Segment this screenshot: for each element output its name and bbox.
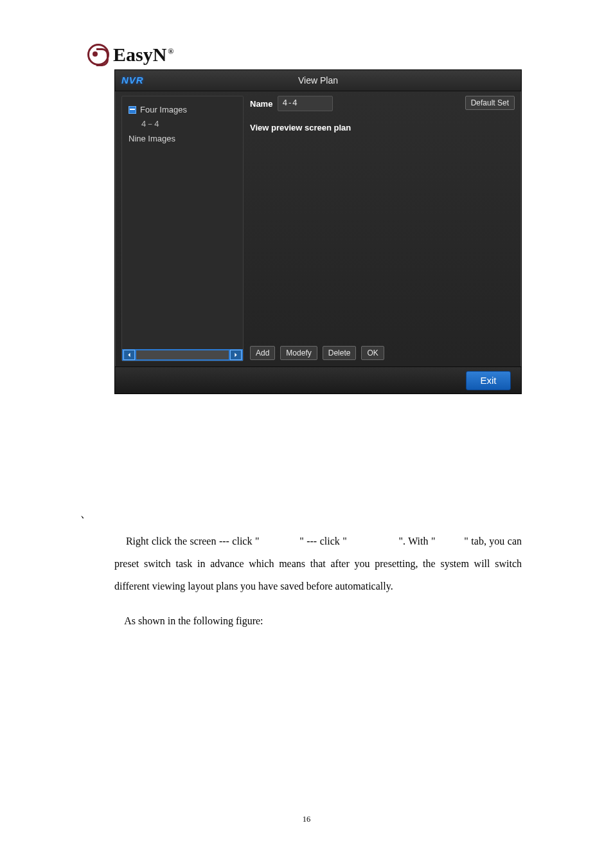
tree-item-nine-images[interactable]: Nine Images — [129, 132, 243, 145]
brand-logo-text: EasyN® — [113, 44, 173, 66]
tree-label: Nine Images — [129, 134, 175, 143]
scrollbar-track[interactable] — [136, 350, 229, 359]
scroll-right-button[interactable] — [230, 350, 242, 360]
tree-item-four-images[interactable]: Four Images — [129, 103, 243, 116]
scroll-left-button[interactable] — [123, 350, 135, 360]
dialog-titlebar: NVR View Plan — [115, 70, 521, 91]
punctuation-mark: 、 — [80, 504, 93, 521]
name-input[interactable]: 4-4 — [278, 96, 333, 111]
document-body: Right click the screen --- click " " ---… — [114, 530, 522, 632]
dialog-title: View Plan — [298, 75, 338, 86]
sidebar-hscrollbar[interactable] — [122, 349, 243, 361]
tree-item-4-4[interactable]: 4－4 — [129, 116, 243, 132]
add-button[interactable]: Add — [250, 346, 275, 360]
registered-mark: ® — [168, 47, 173, 56]
plan-tree: Four Images 4－4 Nine Images — [122, 96, 243, 145]
ok-button[interactable]: OK — [361, 346, 384, 360]
plan-tree-sidebar: Four Images 4－4 Nine Images — [121, 96, 244, 361]
text-segment: Right click the screen --- click " — [126, 536, 260, 547]
delete-button[interactable]: Delete — [323, 346, 357, 360]
paragraph-1: Right click the screen --- click " " ---… — [114, 530, 522, 598]
page-number: 16 — [0, 815, 613, 824]
text-segment: ". With " — [398, 536, 435, 547]
chevron-left-icon — [127, 352, 132, 357]
text-segment: " --- click " — [299, 536, 347, 547]
brand-logo: EasyN® — [87, 44, 173, 66]
modify-button[interactable]: Modefy — [280, 346, 317, 360]
chevron-right-icon — [233, 352, 238, 357]
tree-label: 4－4 — [141, 118, 159, 130]
paragraph-2: As shown in the following figure: — [114, 610, 522, 632]
preview-plan-header: View preview screen plan — [250, 123, 515, 132]
tree-label: Four Images — [140, 105, 187, 114]
dialog-footer: Exit — [115, 366, 521, 393]
app-brand: NVR — [121, 70, 144, 91]
default-set-button[interactable]: Default Set — [465, 96, 515, 110]
brand-logo-mark — [87, 44, 109, 66]
text-segment: As shown in the following figure: — [124, 615, 263, 626]
view-plan-dialog: NVR View Plan Four Images 4－4 Nine Image… — [114, 69, 522, 394]
brand-name: EasyN — [113, 44, 166, 65]
plan-main-panel: Name 4-4 Default Set View preview screen… — [250, 96, 515, 361]
action-button-row: Add Modefy Delete OK — [250, 346, 384, 360]
exit-button[interactable]: Exit — [466, 371, 511, 390]
collapse-icon[interactable] — [129, 106, 136, 114]
name-label: Name — [250, 99, 272, 109]
